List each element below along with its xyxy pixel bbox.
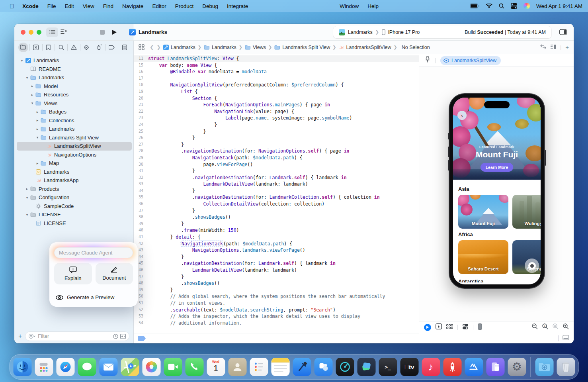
code-line-15[interactable]: 15 var body: some View { <box>134 62 419 69</box>
disclosure-closed-icon[interactable]: ▸ <box>35 110 40 114</box>
source-editor[interactable]: 11struct LandmarksSplitView: View {15 va… <box>134 54 419 343</box>
tree-item-landmarks[interactable]: Landmarks <box>17 168 132 176</box>
add-file-button[interactable]: + <box>18 333 22 340</box>
dock-maps-icon[interactable] <box>121 358 139 376</box>
menu-xcode[interactable]: Xcode <box>18 3 43 9</box>
control-center-icon[interactable] <box>511 3 517 9</box>
code-line-38[interactable]: 38 .showsBadges() <box>134 214 419 221</box>
breakpoints-icon[interactable] <box>107 43 117 52</box>
zoom-in-button[interactable] <box>563 323 569 331</box>
breadcrumb-landmarks[interactable]: Landmarks <box>204 45 236 50</box>
menu-debug[interactable]: Debug <box>198 3 223 9</box>
code-line-43[interactable]: 43 NavigationOptions.landmarks.viewForPa… <box>134 247 419 254</box>
menu-view[interactable]: View <box>78 3 99 9</box>
code-line-17[interactable]: 17 <box>134 75 419 82</box>
code-line-40[interactable]: 40 .frame(minWidth: 150) <box>134 227 419 234</box>
menu-window[interactable]: Window <box>335 3 363 9</box>
disclosure-closed-icon[interactable]: ▸ <box>35 161 40 165</box>
tree-item-license[interactable]: ▾LICENSE <box>17 210 132 219</box>
dock-notes-icon[interactable] <box>271 358 289 376</box>
disclosure-open-icon[interactable]: ▾ <box>24 213 30 217</box>
scheme-app[interactable]: Landmarks <box>348 29 373 35</box>
bottom-bar-toggle-icon[interactable] <box>563 335 569 342</box>
tree-item-landmarksapp[interactable]: LandmarksApp <box>17 176 132 185</box>
pin-icon[interactable] <box>425 56 430 65</box>
code-line-42[interactable]: 42 NavigationStack(path: $modelData.path… <box>134 241 419 247</box>
battery-icon[interactable] <box>470 4 479 8</box>
disclosure-closed-icon[interactable]: ▸ <box>29 84 35 88</box>
tree-item-badges[interactable]: ▸Badges <box>17 108 132 116</box>
menu-find[interactable]: Find <box>99 3 118 9</box>
dock-messages-icon[interactable] <box>78 358 96 376</box>
learn-more-button[interactable]: Learn More <box>481 163 514 172</box>
disclosure-closed-icon[interactable]: ▸ <box>35 127 40 131</box>
explain-button[interactable]: Explain <box>54 263 92 284</box>
code-line-16[interactable]: 16 @Bindable var modelData = modelData <box>134 69 419 75</box>
iphone-preview[interactable]: Featured Landmark Mount Fuji Learn More … <box>449 94 544 288</box>
tree-item-landmarks[interactable]: ▾Landmarks <box>17 73 132 82</box>
disclosure-open-icon[interactable]: ▾ <box>24 196 30 200</box>
menu-file[interactable]: File <box>43 3 61 9</box>
code-line-52[interactable]: 52 .searchable(text: $modelData.searchSt… <box>134 307 419 313</box>
live-preview-button[interactable] <box>424 324 431 331</box>
code-line-27[interactable]: 27 } <box>134 141 419 148</box>
code-line-53[interactable]: 53 // Adds the inspector, which the land… <box>134 313 419 320</box>
dock-tv-icon[interactable]: tv <box>400 358 418 376</box>
dock-facetime-icon[interactable] <box>164 358 182 376</box>
code-line-39[interactable]: 39 } <box>134 221 419 227</box>
inspector-toggle-button[interactable] <box>557 27 569 37</box>
minimize-button[interactable] <box>29 30 33 35</box>
breadcrumb-landmarks[interactable]: Landmarks <box>163 45 195 50</box>
tree-item-views[interactable]: ▾Views <box>17 99 132 108</box>
back-chevron-button[interactable]: ‹ <box>457 111 467 120</box>
dock-terminal-icon[interactable]: >_ <box>379 358 397 376</box>
code-line-36[interactable]: 36 CollectionDetailView(collection: coll… <box>134 201 419 208</box>
tree-item-collections[interactable]: ▸Collections <box>17 116 132 125</box>
code-line-28[interactable]: 28 .navigationDestination(for: Navigatio… <box>134 148 419 155</box>
code-line-21[interactable]: 21 ForEach(NavigationOptions.mainPages) … <box>134 102 419 108</box>
forward-button[interactable]: ❯ <box>156 44 161 50</box>
tests-icon[interactable] <box>82 43 92 52</box>
tree-item-landmarks[interactable]: ▸Landmarks <box>17 125 132 133</box>
navigator-toggle-button[interactable] <box>46 27 58 37</box>
menu-navigate[interactable]: Navigate <box>118 3 148 9</box>
disclosure-open-icon[interactable]: ▾ <box>35 135 40 139</box>
document-button[interactable]: Document <box>96 263 133 284</box>
dock-reminders-icon[interactable] <box>250 358 268 376</box>
code-line-30[interactable]: 30 page.viewForPage() <box>134 161 419 168</box>
recent-icon[interactable] <box>113 334 118 339</box>
scheme-device[interactable]: iPhone 17 Pro <box>388 29 420 35</box>
tree-item-model[interactable]: ▸Model <box>17 82 132 91</box>
issues-icon[interactable] <box>69 43 79 52</box>
dock-shortcuts-icon[interactable] <box>357 358 375 376</box>
breadcrumb-views[interactable]: Views <box>245 45 266 50</box>
disclosure-open-icon[interactable]: ▾ <box>19 59 25 63</box>
apple-menu-icon[interactable]:  <box>6 3 18 10</box>
debug-icon[interactable] <box>94 43 104 52</box>
dock-finder-icon[interactable] <box>13 358 31 376</box>
code-line-26[interactable]: 26 } <box>134 135 419 141</box>
code-line-31[interactable]: 31 } <box>134 168 419 174</box>
device-settings-button[interactable] <box>462 324 469 331</box>
project-navigator-icon[interactable] <box>18 43 28 52</box>
landmark-card-wulingyuan[interactable]: Wulingyuan <box>512 195 541 229</box>
code-line-20[interactable]: 20 Section { <box>134 95 419 102</box>
code-line-47[interactable]: 47 } <box>134 274 419 280</box>
tree-item-products[interactable]: ▸Products <box>17 185 132 194</box>
dock-safari-icon[interactable] <box>56 358 74 376</box>
code-review-icon[interactable] <box>540 44 546 51</box>
dock-contacts-icon[interactable] <box>228 358 246 376</box>
code-line-18[interactable]: 18 NavigationSplitView(preferredCompactC… <box>134 82 419 88</box>
tree-item-samplecode[interactable]: SampleCode <box>17 202 132 211</box>
tree-item-navigationoptions[interactable]: NavigationOptions <box>17 151 132 159</box>
code-line-25[interactable]: 25 } <box>134 128 419 135</box>
dock-phone-icon[interactable] <box>185 358 203 376</box>
variants-button[interactable] <box>446 324 453 331</box>
changes-icon[interactable] <box>31 43 41 52</box>
tree-item-readme[interactable]: README <box>17 65 132 74</box>
breadcrumb-landmarks-split-view[interactable]: Landmarks Split View <box>274 45 330 50</box>
code-line-46[interactable]: 46 LandmarkDetailView(landmark: landmark… <box>134 267 419 274</box>
tree-item-landmarks[interactable]: ▾Landmarks <box>17 56 132 65</box>
dock-appstore-icon[interactable] <box>465 358 483 376</box>
run-button[interactable] <box>108 27 120 37</box>
